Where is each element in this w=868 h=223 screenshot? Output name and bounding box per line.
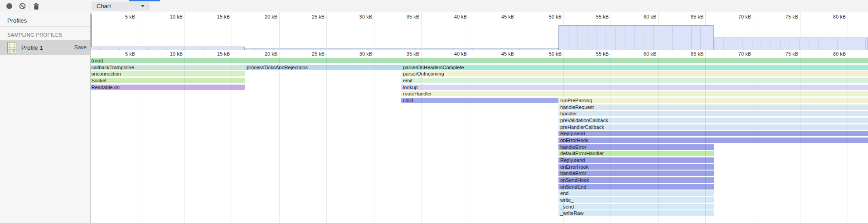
overview-tick-label: 70 kB [738, 14, 751, 19]
sidebar: Profiles SAMPLING PROFILES % Profile 1 S… [0, 12, 91, 223]
overview-tick-label: 60 kB [644, 14, 656, 19]
flame-ruler-tick-label: 80 kB [833, 51, 846, 57]
flame-ruler-tick-label: 20 kB [265, 51, 277, 57]
toolbar: Chart [0, 0, 868, 12]
overview-tick-label: 25 kB [312, 14, 325, 19]
flame-box-reply-send[interactable]: Reply.send [558, 157, 714, 163]
overview-area-step [91, 47, 245, 50]
overview-gridline [184, 12, 185, 50]
flame-box-prehandlercallback[interactable]: preHandlerCallback [558, 124, 868, 130]
overview-gridline [374, 12, 374, 50]
flame-box-child[interactable]: child [401, 98, 558, 103]
clear-button[interactable] [17, 1, 27, 11]
flame-box-processticksandrejections[interactable]: processTicksAndRejections [245, 65, 401, 70]
sidebar-item-profile-1[interactable]: % Profile 1 Save [0, 40, 90, 55]
view-mode-select[interactable]: Chart [92, 2, 149, 10]
overview-tick-label: 40 kB [454, 14, 467, 19]
allocation-overview[interactable]: 5 kB10 kB15 kB20 kB25 kB30 kB35 kB40 kB4… [91, 12, 868, 50]
overview-tick-label: 10 kB [170, 14, 183, 19]
overview-gridline [326, 12, 327, 50]
sidebar-divider [0, 26, 90, 27]
overview-tick-label: 30 kB [359, 14, 372, 19]
overview-tick-label: 35 kB [407, 14, 419, 19]
overview-tick-label: 50 kB [549, 14, 562, 19]
memory-profiler-panel: Chart Profiles SAMPLING PROFILES % Profi… [0, 0, 868, 223]
flame-ruler-tick-label: 50 kB [549, 51, 562, 57]
overview-gridline [469, 12, 469, 50]
flame-box--send[interactable]: _send [558, 204, 714, 209]
flame-chart-ruler: 5 kB10 kB15 kB20 kB25 kB30 kB35 kB40 kB4… [91, 50, 868, 57]
flame-box-parseronincoming[interactable]: parserOnIncoming [401, 71, 868, 76]
main-pane: 5 kB10 kB15 kB20 kB25 kB30 kB35 kB40 kB4… [91, 12, 868, 223]
flame-ruler-tick-label: 10 kB [170, 51, 183, 57]
toolbar-divider [29, 3, 29, 10]
flame-ruler-tick-label: 60 kB [644, 51, 656, 57]
profile-sheet-icon: % [7, 42, 16, 53]
flame-ruler-tick-label: 35 kB [407, 51, 419, 57]
flame-box-onsendend[interactable]: onSendEnd [558, 184, 714, 190]
flame-box--writeraw[interactable]: _writeRaw [558, 210, 714, 216]
delete-profile-button[interactable] [31, 1, 41, 11]
chevron-down-icon [141, 5, 145, 7]
overview-tick-label: 15 kB [217, 14, 230, 19]
overview-tick-label: 80 kB [833, 14, 846, 19]
overview-gridline [516, 12, 516, 50]
flame-box-prevalidationcallback[interactable]: preValidationCallback [558, 118, 868, 123]
record-icon [6, 3, 12, 9]
flame-ruler-tick-label: 65 kB [691, 51, 703, 57]
flame-box-callbacktrampoline[interactable]: callbackTrampoline [91, 65, 245, 70]
flame-ruler-tick-label: 45 kB [501, 51, 514, 57]
flame-box-end[interactable]: end [558, 190, 714, 196]
flame-box-reply-send[interactable]: Reply.send [558, 131, 868, 136]
flame-box-routehandler[interactable]: routeHandler [401, 91, 868, 96]
sampling-profiles-heading: SAMPLING PROFILES [7, 32, 62, 38]
overview-tick-label: 20 kB [265, 14, 277, 19]
overview-tick-label: 5 kB [125, 14, 135, 19]
flame-box-handler[interactable]: handler [558, 111, 868, 116]
overview-area-step [245, 48, 558, 50]
toolbar-buttons [0, 0, 91, 12]
profiles-heading: Profiles [7, 17, 27, 24]
flame-box-defaulterrorhandler[interactable]: defaultErrorHandler [558, 151, 714, 156]
trash-icon [33, 3, 39, 10]
flame-box-parseronheaderscomplete[interactable]: parserOnHeadersComplete [401, 65, 868, 70]
flame-box-runpreparsing[interactable]: runPreParsing [558, 98, 868, 103]
flame-box-socket[interactable]: Socket [91, 78, 245, 83]
flame-box-onconnection[interactable]: onconnection [91, 71, 245, 76]
flame-box-onsendhook[interactable]: onSendHook [558, 177, 714, 183]
overview-area-step [714, 38, 868, 50]
record-button[interactable] [4, 1, 14, 11]
flame-chart[interactable]: (root)callbackTrampolineprocessTicksAndR… [91, 57, 868, 223]
profile-name: Profile 1 [21, 44, 43, 51]
flame-box-readable-on[interactable]: Readable.on [91, 85, 245, 90]
overview-gridline [137, 12, 137, 50]
overview-tick-label: 55 kB [596, 14, 609, 19]
flame-ruler-tick-label: 55 kB [596, 51, 609, 57]
overview-area-step [558, 25, 714, 50]
active-tab-indicator [129, 0, 160, 1]
flame-box-onerrorhook[interactable]: onErrorHook [558, 164, 714, 170]
save-profile-link[interactable]: Save [74, 44, 87, 51]
circle-slash-icon [19, 3, 26, 9]
flame-box-handlerequest[interactable]: handleRequest [558, 104, 868, 110]
flame-box-onerrorhook[interactable]: onErrorHook [558, 138, 868, 143]
flame-box-emit[interactable]: emit [401, 78, 868, 83]
flame-box--root-[interactable]: (root) [91, 58, 868, 63]
overview-window-handle[interactable] [91, 14, 92, 50]
overview-tick-label: 45 kB [501, 14, 514, 19]
overview-tick-label: 75 kB [786, 14, 798, 19]
flame-ruler-tick-label: 25 kB [312, 51, 325, 57]
flame-ruler-tick-label: 40 kB [454, 51, 467, 57]
view-mode-value: Chart [97, 3, 111, 9]
flame-box-lookup[interactable]: lookup [401, 85, 868, 90]
overview-tick-label: 65 kB [691, 14, 703, 19]
flame-box-write-[interactable]: write_ [558, 197, 714, 203]
overview-gridline [232, 12, 232, 50]
flame-ruler-tick-label: 70 kB [738, 51, 751, 57]
flame-box-handleerror[interactable]: handleError [558, 144, 714, 150]
flame-box-handleerror[interactable]: handleError [558, 171, 714, 176]
flame-ruler-tick-label: 15 kB [217, 51, 230, 57]
overview-gridline [421, 12, 422, 50]
flame-ruler-tick-label: 5 kB [125, 51, 135, 57]
overview-gridline [279, 12, 280, 50]
